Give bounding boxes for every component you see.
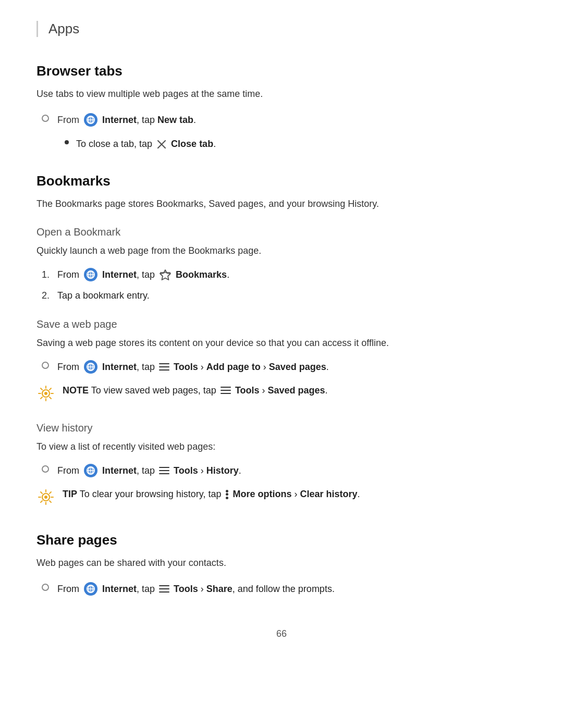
sun-tip-icon xyxy=(36,488,55,507)
close-tab-text: To close a tab, tap Close tab. xyxy=(76,136,216,152)
browser-tabs-title: Browser tabs xyxy=(36,63,527,79)
share-pages-text: From Internet, tap Tools › Sha xyxy=(57,581,335,597)
page-header: Apps xyxy=(36,21,527,37)
svg-line-40 xyxy=(41,492,42,493)
save-web-page-instructions: From Internet, tap xyxy=(42,359,527,375)
view-history-title: View history xyxy=(36,422,527,434)
open-bookmark-step2-text: Tap a bookmark entry. xyxy=(57,288,150,304)
save-web-page-text: From Internet, tap xyxy=(57,359,329,375)
internet-icon-4 xyxy=(84,464,97,477)
tools-icon-2 xyxy=(159,467,169,474)
svg-marker-12 xyxy=(160,270,170,280)
browser-tabs-instructions: From Internet, tap New tab. xyxy=(42,112,527,128)
more-options-icon xyxy=(226,490,229,499)
new-tab-label: New tab xyxy=(157,115,193,125)
svg-line-43 xyxy=(41,501,42,502)
bullet-circle-icon-3 xyxy=(42,465,49,473)
svg-line-28 xyxy=(41,397,42,399)
tip-text: TIP To clear your browsing history, tap … xyxy=(63,487,360,502)
view-history-desc: To view a list of recently visited web p… xyxy=(36,439,527,454)
tools-icon-3 xyxy=(159,585,169,593)
close-tab-label: Close tab xyxy=(171,139,213,149)
browser-tabs-desc: Use tabs to view multiple web pages at t… xyxy=(36,87,527,102)
svg-line-26 xyxy=(50,397,51,399)
section-browser-tabs: Browser tabs Use tabs to view multiple w… xyxy=(36,63,527,152)
bookmarks-desc: The Bookmarks page stores Bookmarks, Sav… xyxy=(36,196,527,212)
bookmarks-title: Bookmarks xyxy=(36,173,527,189)
svg-point-35 xyxy=(44,496,47,499)
svg-line-41 xyxy=(50,501,51,502)
close-tab-icon xyxy=(156,139,167,150)
open-bookmark-steps: 1. From Internet, tap xyxy=(42,267,527,304)
save-web-page-desc: Saving a web page stores its content on … xyxy=(36,336,527,351)
sun-gear-icon xyxy=(36,384,55,403)
page-number: 66 xyxy=(36,628,527,639)
bullet-dot-icon xyxy=(65,140,69,144)
save-web-page-title: Save a web page xyxy=(36,318,527,330)
close-tab-item: To close a tab, tap Close tab. xyxy=(65,136,527,152)
subsection-open-bookmark: Open a Bookmark Quickly launch a web pag… xyxy=(36,226,527,304)
subsection-save-web-page: Save a web page Saving a web page stores… xyxy=(36,318,527,408)
tip-icon xyxy=(36,488,55,511)
browser-tabs-item1-text: From Internet, tap New tab. xyxy=(57,112,196,128)
share-pages-desc: Web pages can be shared with your contac… xyxy=(36,556,527,571)
internet-app-name: Internet xyxy=(102,115,137,125)
internet-icon-3 xyxy=(84,360,97,374)
page-header-title: Apps xyxy=(48,21,79,37)
tools-icon xyxy=(159,363,169,371)
internet-icon-5 xyxy=(84,582,97,596)
svg-point-20 xyxy=(44,392,47,395)
open-bookmark-step1-text: From Internet, tap xyxy=(57,267,229,283)
bullet-circle-icon-2 xyxy=(42,362,49,369)
share-pages-title: Share pages xyxy=(36,532,527,548)
open-bookmark-desc: Quickly launch a web page from the Bookm… xyxy=(36,243,527,258)
note-text: NOTE To view saved web pages, tap Tools … xyxy=(63,383,328,398)
view-history-item1: From Internet, tap xyxy=(42,463,527,479)
open-bookmark-step1: 1. From Internet, tap xyxy=(42,267,527,283)
page-container: Apps Browser tabs Use tabs to view multi… xyxy=(0,0,563,681)
svg-line-27 xyxy=(50,388,51,390)
internet-icon-2 xyxy=(84,268,97,281)
svg-line-42 xyxy=(50,492,51,493)
browser-tabs-sub-instruction: To close a tab, tap Close tab. xyxy=(59,136,527,152)
svg-line-25 xyxy=(41,388,42,390)
view-history-text: From Internet, tap xyxy=(57,463,241,479)
browser-tabs-item1: From Internet, tap New tab. xyxy=(42,112,527,128)
view-history-tip: TIP To clear your browsing history, tap … xyxy=(36,487,527,511)
section-bookmarks: Bookmarks The Bookmarks page stores Book… xyxy=(36,173,527,511)
internet-icon xyxy=(84,113,97,127)
save-web-page-item1: From Internet, tap xyxy=(42,359,527,375)
open-bookmark-title: Open a Bookmark xyxy=(36,226,527,238)
view-history-instructions: From Internet, tap xyxy=(42,463,527,479)
share-pages-item1: From Internet, tap Tools › Sha xyxy=(42,581,527,597)
bullet-circle-icon-4 xyxy=(42,584,49,591)
bullet-circle-icon xyxy=(42,115,49,122)
save-web-page-note: NOTE To view saved web pages, tap Tools … xyxy=(36,383,527,408)
section-share-pages: Share pages Web pages can be shared with… xyxy=(36,532,527,597)
subsection-view-history: View history To view a list of recently … xyxy=(36,422,527,511)
tools-icon-note xyxy=(221,387,231,394)
open-bookmark-step2: 2. Tap a bookmark entry. xyxy=(42,288,527,304)
bookmarks-icon xyxy=(159,269,172,280)
note-icon xyxy=(36,384,55,408)
share-pages-instructions: From Internet, tap Tools › Sha xyxy=(42,581,527,597)
